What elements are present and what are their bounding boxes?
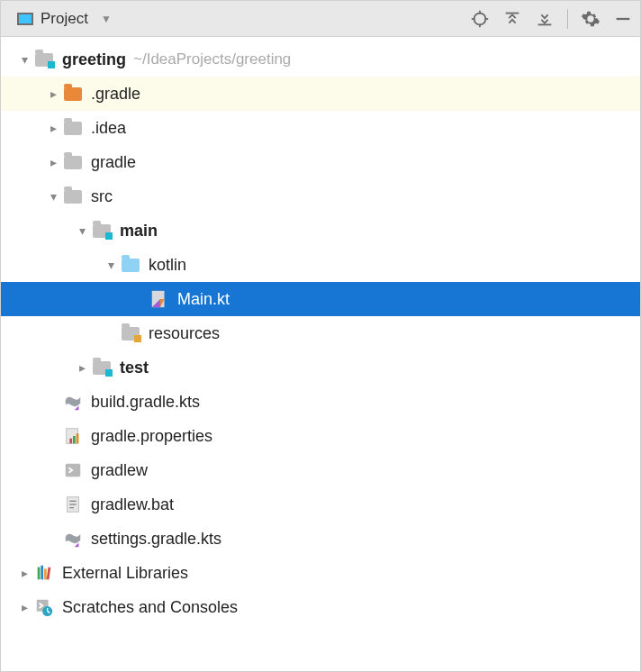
- tree-label: resources: [149, 324, 220, 343]
- tree-label: settings.gradle.kts: [91, 530, 221, 549]
- resources-folder-icon: [120, 322, 141, 344]
- tree-item-gradle-properties[interactable]: ▸ gradle.properties: [1, 419, 640, 453]
- gradle-kts-icon: [62, 528, 84, 549]
- chevron-right-icon[interactable]: ▸: [44, 155, 62, 169]
- project-panel-icon: [17, 13, 33, 25]
- tree-label: gradle: [91, 153, 136, 172]
- tree-item-main-kt[interactable]: ▸ Main.kt: [1, 282, 640, 316]
- tree-label: src: [91, 187, 113, 206]
- tree-item-test[interactable]: ▸ test: [1, 350, 640, 385]
- svg-rect-13: [73, 436, 76, 443]
- tree-item-gradlew-bat[interactable]: ▸ gradlew.bat: [1, 487, 640, 522]
- tree-item-kotlin[interactable]: ▾ kotlin: [1, 248, 640, 282]
- chevron-right-icon[interactable]: ▸: [15, 600, 33, 614]
- project-toolbar: Project ▼: [1, 1, 640, 37]
- tree-label: .idea: [91, 119, 126, 138]
- chevron-down-icon[interactable]: ▾: [73, 223, 91, 238]
- module-folder-icon: [91, 357, 113, 378]
- tree-label: .gradle: [91, 85, 140, 104]
- chevron-right-icon[interactable]: ▸: [44, 86, 62, 101]
- libraries-icon: [33, 562, 55, 584]
- chevron-down-icon[interactable]: ▾: [44, 189, 62, 204]
- excluded-folder-icon: [62, 83, 84, 104]
- tree-label: gradlew: [91, 461, 148, 480]
- svg-rect-22: [38, 568, 41, 580]
- module-folder-icon: [91, 220, 113, 241]
- svg-marker-11: [75, 406, 79, 411]
- svg-rect-25: [47, 568, 51, 580]
- svg-rect-14: [77, 433, 79, 443]
- tree-item-build-gradle[interactable]: ▸ build.gradle.kts: [1, 385, 640, 419]
- tree-item-external-libraries[interactable]: ▸ External Libraries: [1, 556, 640, 590]
- minimize-icon[interactable]: [613, 9, 633, 29]
- tree-label: External Libraries: [62, 564, 188, 583]
- chevron-right-icon[interactable]: ▸: [15, 566, 33, 580]
- tree-label: Scratches and Consoles: [62, 598, 238, 617]
- tree-item-gradle[interactable]: ▸ gradle: [1, 145, 640, 179]
- tree-root-greeting[interactable]: ▾ greeting ~/IdeaProjects/greeting: [1, 42, 640, 77]
- folder-icon: [62, 186, 84, 207]
- tree-label: greeting: [62, 50, 126, 69]
- locate-icon[interactable]: [470, 9, 490, 29]
- tree-item-resources[interactable]: ▸ resources: [1, 316, 640, 350]
- gradle-kts-icon: [62, 391, 84, 413]
- tree-label: main: [120, 222, 158, 241]
- svg-marker-21: [75, 543, 79, 548]
- shell-script-icon: [62, 459, 84, 481]
- svg-point-0: [474, 13, 486, 24]
- project-view-title: Project: [41, 10, 88, 28]
- tree-label: gradle.properties: [91, 427, 212, 446]
- separator: [567, 9, 568, 29]
- tree-item-settings-gradle[interactable]: ▸ settings.gradle.kts: [1, 522, 640, 556]
- folder-icon: [62, 117, 84, 139]
- expand-all-icon[interactable]: [502, 9, 522, 29]
- chevron-down-icon: ▼: [101, 13, 112, 25]
- module-folder-icon: [33, 49, 55, 70]
- chevron-down-icon[interactable]: ▾: [102, 258, 120, 272]
- tree-item-gradle-hidden[interactable]: ▸ .gradle: [1, 77, 640, 111]
- project-view-selector[interactable]: Project ▼: [17, 10, 470, 28]
- tree-path: ~/IdeaProjects/greeting: [133, 50, 291, 68]
- project-tree: ▾ greeting ~/IdeaProjects/greeting ▸ .gr…: [1, 37, 640, 624]
- tree-item-gradlew[interactable]: ▸ gradlew: [1, 453, 640, 487]
- scratches-icon: [33, 596, 55, 618]
- tree-label: Main.kt: [177, 290, 230, 309]
- text-file-icon: [62, 494, 84, 515]
- tree-item-main[interactable]: ▾ main: [1, 213, 640, 248]
- tree-item-scratches[interactable]: ▸ Scratches and Consoles: [1, 590, 640, 624]
- tree-label: gradlew.bat: [91, 495, 174, 514]
- tree-item-idea[interactable]: ▸ .idea: [1, 111, 640, 145]
- svg-rect-24: [44, 568, 47, 579]
- settings-icon[interactable]: [581, 9, 600, 29]
- source-folder-icon: [120, 254, 141, 276]
- chevron-down-icon[interactable]: ▾: [15, 52, 33, 67]
- svg-rect-23: [41, 566, 43, 580]
- tree-label: build.gradle.kts: [91, 393, 200, 412]
- tree-label: test: [120, 359, 149, 377]
- folder-icon: [62, 151, 84, 173]
- chevron-right-icon[interactable]: ▸: [73, 360, 91, 375]
- tree-item-src[interactable]: ▾ src: [1, 179, 640, 213]
- collapse-all-icon[interactable]: [535, 9, 555, 29]
- svg-rect-15: [69, 439, 72, 444]
- kotlin-file-icon: [149, 288, 170, 310]
- chevron-right-icon[interactable]: ▸: [44, 121, 62, 135]
- properties-file-icon: [62, 425, 84, 447]
- tree-label: kotlin: [149, 256, 186, 275]
